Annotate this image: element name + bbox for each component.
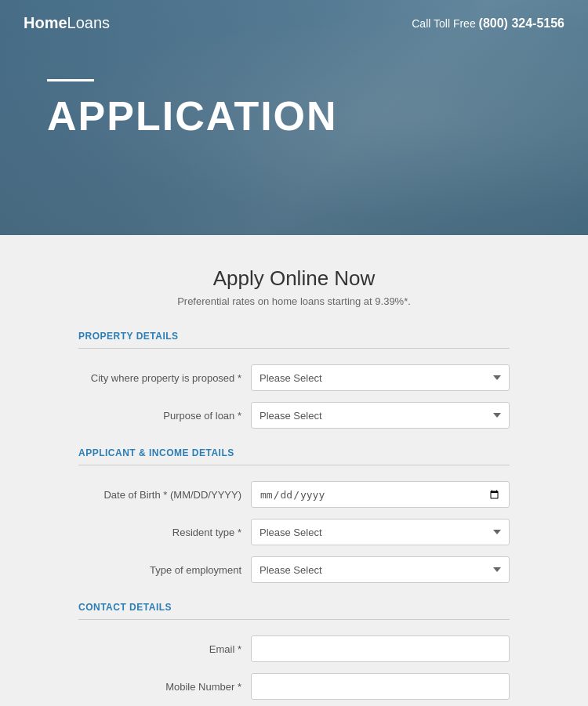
email-input[interactable] bbox=[251, 635, 510, 662]
main-content: Apply Online Now Preferential rates on h… bbox=[0, 235, 588, 706]
hero-divider bbox=[47, 79, 94, 81]
phone-info: Call Toll Free (800) 324-5156 bbox=[412, 16, 564, 31]
hero-content: APPLICATION bbox=[0, 32, 588, 139]
employment-group: Type of employment Please Select Salarie… bbox=[78, 556, 510, 583]
contact-section-title: CONTACT DETAILS bbox=[78, 602, 510, 620]
apply-subtitle: Preferential rates on home loans startin… bbox=[78, 295, 510, 307]
dob-group: Date of Birth * (MM/DD/YYYY) bbox=[78, 481, 510, 508]
phone-label: Call Toll Free bbox=[412, 17, 475, 30]
employment-label: Type of employment bbox=[78, 564, 251, 576]
hero-section: HomeLoans Call Toll Free (800) 324-5156 … bbox=[0, 0, 588, 235]
logo: HomeLoans bbox=[24, 14, 110, 32]
resident-select[interactable]: Please Select Resident Non-Resident NRI bbox=[251, 519, 510, 545]
resident-group: Resident type * Please Select Resident N… bbox=[78, 519, 510, 545]
application-form: PROPERTY DETAILS City where property is … bbox=[78, 331, 510, 706]
mobile-input[interactable] bbox=[251, 673, 510, 700]
resident-label: Resident type * bbox=[78, 527, 251, 538]
dob-input[interactable] bbox=[251, 481, 510, 508]
city-select[interactable]: Please Select New York Los Angeles Chica… bbox=[251, 364, 510, 391]
purpose-group: Purpose of loan * Please Select Purchase… bbox=[78, 402, 510, 429]
purpose-label: Purpose of loan * bbox=[78, 410, 251, 422]
apply-title: Apply Online Now bbox=[78, 266, 510, 291]
employment-select[interactable]: Please Select Salaried Self Employed Bus… bbox=[251, 556, 510, 583]
city-label: City where property is proposed * bbox=[78, 372, 251, 384]
city-group: City where property is proposed * Please… bbox=[78, 364, 510, 391]
email-group: Email * bbox=[78, 635, 510, 662]
phone-number: (800) 324-5156 bbox=[479, 16, 564, 30]
top-bar: HomeLoans Call Toll Free (800) 324-5156 bbox=[0, 0, 588, 32]
logo-light: Loans bbox=[67, 14, 111, 31]
purpose-select[interactable]: Please Select Purchase Refinance Constru… bbox=[251, 402, 510, 429]
dob-label: Date of Birth * (MM/DD/YYYY) bbox=[78, 489, 251, 501]
property-section-title: PROPERTY DETAILS bbox=[78, 331, 510, 349]
mobile-label: Mobile Number * bbox=[78, 681, 251, 693]
hero-title: APPLICATION bbox=[47, 92, 564, 139]
mobile-group: Mobile Number * bbox=[78, 673, 510, 700]
email-label: Email * bbox=[78, 643, 251, 655]
applicant-section-title: APPLICANT & INCOME DETAILS bbox=[78, 447, 510, 465]
apply-header: Apply Online Now Preferential rates on h… bbox=[78, 266, 510, 307]
logo-bold: Home bbox=[24, 14, 67, 31]
